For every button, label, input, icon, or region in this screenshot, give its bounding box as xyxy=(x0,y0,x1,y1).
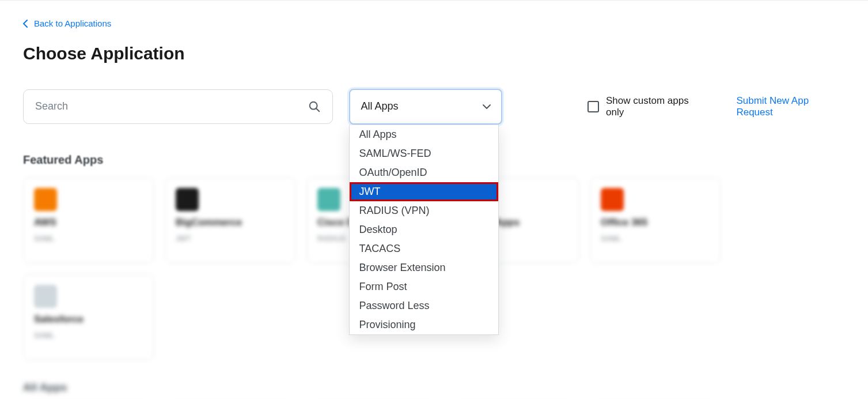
custom-apps-checkbox[interactable] xyxy=(587,101,599,112)
app-icon xyxy=(34,285,57,308)
back-to-applications-link[interactable]: Back to Applications xyxy=(23,18,111,28)
app-card[interactable]: BigCommerce JWT xyxy=(165,177,296,264)
submit-new-app-link[interactable]: Submit New App Request xyxy=(736,95,845,118)
dropdown-selected-label: All Apps xyxy=(361,100,398,112)
back-link-label: Back to Applications xyxy=(34,18,111,28)
all-apps-heading: All Apps xyxy=(23,381,845,394)
app-name: Office 365 xyxy=(601,217,710,228)
app-icon xyxy=(34,188,57,211)
dropdown-item-browser-ext[interactable]: Browser Extension xyxy=(350,258,498,277)
app-icon xyxy=(317,188,340,211)
dropdown-item-tacacs[interactable]: TACACS xyxy=(350,239,498,258)
search-icon xyxy=(308,100,321,113)
dropdown-item-form-post[interactable]: Form Post xyxy=(350,277,498,296)
custom-apps-checkbox-label: Show custom apps only xyxy=(606,95,706,118)
search-input[interactable] xyxy=(35,100,308,112)
app-card[interactable]: Office 365 SAML xyxy=(590,177,721,264)
dropdown-item-saml[interactable]: SAML/WS-FED xyxy=(350,144,498,163)
chevron-left-icon xyxy=(23,20,28,28)
app-name: AWS xyxy=(34,217,143,228)
app-type: SAML xyxy=(601,234,710,243)
app-icon xyxy=(601,188,624,211)
app-card[interactable]: Salesforce SAML xyxy=(23,274,154,360)
dropdown-item-provisioning[interactable]: Provisioning xyxy=(350,315,498,334)
dropdown-item-password-less[interactable]: Password Less xyxy=(350,296,498,315)
chevron-down-icon xyxy=(483,104,491,109)
app-type: SAML xyxy=(34,331,143,340)
svg-line-1 xyxy=(317,108,320,111)
dropdown-item-oauth[interactable]: OAuth/OpenID xyxy=(350,163,498,182)
dropdown-item-desktop[interactable]: Desktop xyxy=(350,220,498,239)
app-card[interactable]: AWS SAML xyxy=(23,177,154,264)
dropdown-item-all-apps[interactable]: All Apps xyxy=(350,125,498,144)
app-name: Salesforce xyxy=(34,314,143,325)
search-box[interactable] xyxy=(23,89,333,124)
app-type: JWT xyxy=(176,234,285,243)
page-title: Choose Application xyxy=(23,44,845,63)
app-type: SAML xyxy=(34,234,143,243)
app-name: BigCommerce xyxy=(176,217,285,228)
dropdown-item-jwt[interactable]: JWT xyxy=(350,182,498,201)
dropdown-item-radius[interactable]: RADIUS (VPN) xyxy=(350,201,498,220)
app-icon xyxy=(176,188,199,211)
app-type-dropdown[interactable]: All Apps xyxy=(349,89,502,125)
dropdown-menu: All Apps SAML/WS-FED OAuth/OpenID JWT RA… xyxy=(349,125,499,335)
